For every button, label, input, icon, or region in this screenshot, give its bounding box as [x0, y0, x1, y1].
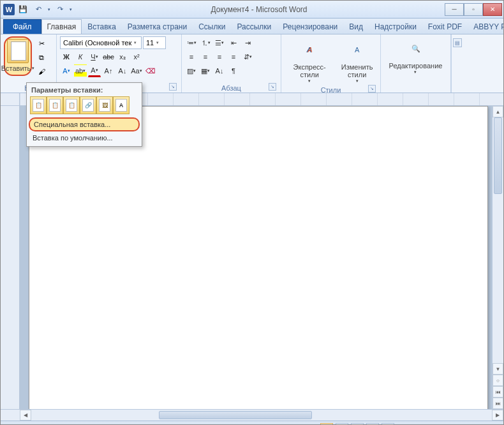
align-left-button[interactable]: ≡: [185, 50, 198, 63]
paste-merge-formatting-button[interactable]: 📋: [47, 96, 63, 114]
minimize-button[interactable]: ─: [445, 3, 464, 16]
qat-undo-button[interactable]: ↶: [31, 3, 45, 17]
clear-formatting-button[interactable]: ⌫: [144, 64, 157, 77]
shading-button[interactable]: ▨▾: [185, 64, 198, 77]
vertical-scrollbar[interactable]: ▲ ▼ ○ ⏮ ⏭: [492, 106, 503, 409]
word-app-icon: W: [3, 4, 15, 15]
close-button[interactable]: ✕: [483, 3, 502, 16]
highlight-button[interactable]: ab▾: [74, 64, 87, 77]
horizontal-scrollbar[interactable]: ◀ ▶: [1, 409, 503, 421]
line-spacing-button[interactable]: ⇵▾: [241, 50, 254, 63]
scroll-track[interactable]: [493, 117, 503, 363]
view-draft-button[interactable]: [382, 423, 394, 426]
tab-mailings[interactable]: Рассылки: [231, 19, 277, 34]
font-size-value: 11: [146, 39, 154, 47]
scroll-left-button[interactable]: ◀: [20, 410, 31, 421]
copy-button[interactable]: ⧉: [36, 52, 47, 63]
borders-button[interactable]: ▦▾: [199, 64, 212, 77]
superscript-button[interactable]: x²: [130, 50, 143, 63]
qat-redo-button[interactable]: ↷: [53, 3, 67, 17]
tab-view[interactable]: Вид: [343, 19, 369, 34]
paste-split-button[interactable]: Вставить ▾: [4, 36, 32, 76]
view-outline-button[interactable]: [366, 423, 379, 426]
italic-button[interactable]: К: [74, 50, 87, 63]
change-case-button[interactable]: Aa▾: [130, 64, 143, 77]
group-styles-label: Стили: [321, 86, 341, 94]
vertical-ruler[interactable]: [1, 106, 20, 409]
paste-keep-source-button[interactable]: 📋: [30, 96, 47, 114]
hscroll-track[interactable]: [31, 410, 492, 421]
qat-undo-dropdown[interactable]: ▾: [47, 3, 52, 17]
tab-references[interactable]: Ссылки: [193, 19, 231, 34]
paste-icon: [7, 39, 29, 63]
bullets-button[interactable]: ≔▾: [185, 36, 198, 49]
title-bar: W 💾 ↶ ▾ ↷ ▾ Документ4 - Microsoft Word ─…: [1, 1, 503, 19]
scroll-right-button[interactable]: ▶: [492, 410, 503, 421]
font-launcher[interactable]: ↘: [169, 83, 177, 91]
bold-button[interactable]: Ж: [60, 50, 73, 63]
font-size-combo[interactable]: 11 ▾: [143, 36, 166, 49]
tab-foxit-pdf[interactable]: Foxit PDF: [422, 19, 468, 34]
change-styles-icon: A: [355, 46, 359, 54]
maximize-button[interactable]: ▫: [464, 3, 483, 16]
tab-review[interactable]: Рецензировани: [277, 19, 343, 34]
qat-save-button[interactable]: 💾: [16, 3, 30, 17]
prev-page-button[interactable]: ⏮: [493, 386, 503, 398]
paste-set-default-menuitem[interactable]: Вставка по умолчанию...: [29, 132, 140, 144]
paste-label: Вставить: [1, 64, 31, 72]
view-print-layout-button[interactable]: [320, 423, 333, 426]
tab-addins[interactable]: Надстройки: [369, 19, 422, 34]
chevron-down-icon: ▾: [414, 70, 417, 75]
decrease-indent-button[interactable]: ⇤: [227, 36, 240, 49]
view-full-screen-button[interactable]: [336, 423, 348, 426]
paste-use-destination-button[interactable]: 📋: [63, 96, 80, 114]
scroll-thumb[interactable]: [494, 117, 502, 194]
tab-abbyy-pdf[interactable]: ABBYY PDF Trans: [468, 19, 504, 34]
justify-button[interactable]: ≡: [227, 50, 240, 63]
qat-customize-dropdown[interactable]: ▾: [68, 3, 73, 17]
status-bar: Страница: 1 из 1 Число слов: 0 ✔ русский…: [1, 421, 503, 425]
group-paragraph-label: Абзац: [221, 84, 241, 92]
paste-special-menuitem[interactable]: Специальная вставка...: [29, 117, 140, 131]
font-name-combo[interactable]: Calibri (Основной тек ▾: [60, 36, 142, 49]
paste-text-button[interactable]: A: [113, 96, 130, 114]
align-center-button[interactable]: ≡: [199, 50, 212, 63]
tab-page-layout[interactable]: Разметка страни: [122, 19, 193, 34]
sort-button[interactable]: A↓: [213, 64, 226, 77]
quick-styles-button[interactable]: AA Экспресс-стили▾: [285, 36, 334, 85]
shrink-font-button[interactable]: A↓: [116, 64, 129, 77]
underline-button[interactable]: Ч▾: [88, 50, 101, 63]
change-styles-button[interactable]: A Изменить стили▾: [337, 36, 377, 85]
editing-button[interactable]: 🔍 Редактирование▾: [384, 36, 447, 75]
show-hide-button[interactable]: ¶: [227, 64, 240, 77]
next-page-button[interactable]: ⏭: [493, 398, 503, 409]
tab-insert[interactable]: Вставка: [82, 19, 122, 34]
styles-launcher[interactable]: ↘: [368, 85, 376, 93]
cut-button[interactable]: ✂: [36, 38, 47, 49]
paste-keep-text-only-button[interactable]: 🔗: [80, 96, 96, 114]
format-painter-button[interactable]: 🖌: [36, 66, 47, 77]
document-viewport[interactable]: [20, 106, 492, 409]
browse-select-button[interactable]: ○: [493, 375, 503, 386]
hscroll-thumb[interactable]: [159, 411, 312, 419]
font-color-button[interactable]: A▾: [88, 64, 101, 77]
ruler-toggle[interactable]: ▤: [453, 38, 462, 47]
numbering-button[interactable]: ⒈▾: [199, 36, 212, 49]
paragraph-launcher[interactable]: ↘: [269, 83, 276, 91]
align-right-button[interactable]: ≡: [213, 50, 226, 63]
scroll-down-button[interactable]: ▼: [493, 363, 503, 375]
multilevel-list-button[interactable]: ☰▾: [213, 36, 226, 49]
scroll-up-button[interactable]: ▲: [493, 106, 503, 117]
paste-picture-button[interactable]: 🖼: [96, 96, 113, 114]
view-web-layout-button[interactable]: [351, 423, 364, 426]
tab-file[interactable]: Файл: [3, 19, 41, 34]
chevron-down-icon: ▾: [356, 78, 359, 84]
document-page[interactable]: [29, 106, 488, 409]
subscript-button[interactable]: x₂: [116, 50, 129, 63]
grow-font-button[interactable]: A↑: [102, 64, 115, 77]
tab-home[interactable]: Главная: [41, 19, 82, 34]
quick-styles-icon: AA: [307, 46, 313, 54]
increase-indent-button[interactable]: ⇥: [241, 36, 254, 49]
strikethrough-button[interactable]: abc: [102, 50, 115, 63]
text-effects-button[interactable]: A▾: [60, 64, 73, 77]
